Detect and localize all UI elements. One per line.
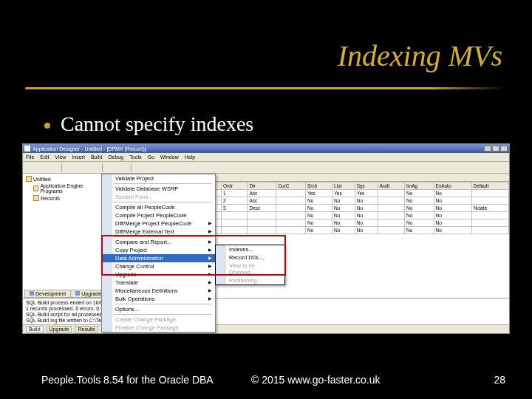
tree-root[interactable]: Untitled (24, 175, 102, 183)
menu-window[interactable]: Window (160, 154, 179, 160)
output-line: SQL Build script for all processes writt… (26, 312, 506, 318)
tree-item-label: Application Engine Programs (40, 183, 100, 194)
tree-item[interactable]: Records (24, 194, 102, 202)
cell-srch: No (305, 205, 332, 212)
toolbar (23, 162, 509, 174)
cell-dir (248, 227, 276, 234)
cell-ordr (222, 212, 248, 219)
menu-build[interactable]: Build (91, 154, 103, 160)
toolbar-separator (131, 163, 132, 172)
maximize-button[interactable]: □ (492, 146, 499, 151)
output-tab-upgrade[interactable]: Upgrade (47, 326, 72, 332)
tree-item[interactable]: Application Engine Programs (24, 183, 102, 194)
col-list[interactable]: List (332, 183, 355, 190)
menu-item-validate-project[interactable]: Validate Project (102, 174, 215, 183)
menu-item[interactable]: Validate Database WSRP (102, 185, 215, 193)
cell-curc (276, 227, 306, 234)
toolbar-button[interactable] (24, 163, 35, 172)
tab-development[interactable]: Development (24, 290, 70, 298)
menu-item[interactable]: Copy Project▶ (102, 246, 215, 254)
app-icon (24, 146, 30, 151)
menu-item[interactable]: Compile all PeopleCode (102, 203, 215, 211)
col-dir[interactable]: Dir (248, 183, 276, 190)
cell-audt (378, 205, 404, 212)
cell-imag: No (404, 205, 434, 212)
col-default[interactable]: Default (471, 183, 508, 190)
output-panel: SQL Build process ended on 16/02/2015 at… (23, 298, 509, 324)
menu-tools[interactable]: Tools (129, 154, 141, 160)
menu-help[interactable]: Help (185, 154, 195, 160)
menu-file[interactable]: File (26, 154, 34, 160)
menu-item[interactable]: Bulk Operations▶ (102, 295, 215, 303)
cell-sys: Yes (355, 190, 378, 197)
col-sys[interactable]: Sys (355, 183, 378, 190)
toolbar-button[interactable] (146, 163, 157, 172)
menu-item[interactable]: Diff/Merge External Text▶ (102, 228, 215, 236)
close-button[interactable]: × (500, 146, 508, 151)
menu-item-data-administration[interactable]: Data Administration▶ (102, 254, 215, 262)
cell-evauto: No (434, 219, 471, 227)
col-ordr[interactable]: Ordr (222, 183, 248, 190)
minimize-button[interactable]: _ (484, 146, 491, 151)
output-tab-build[interactable]: Build (26, 326, 44, 332)
bullet-text: Cannot specify indexes (61, 112, 253, 136)
toolbar-button[interactable] (158, 163, 168, 172)
cell-imag: No (404, 227, 434, 234)
project-tabs: Development Upgrade (24, 290, 106, 298)
toolbar-button[interactable] (36, 163, 47, 172)
menu-separator (114, 236, 212, 237)
toolbar-button[interactable] (65, 163, 75, 172)
menu-item[interactable]: Compare and Report...▶ (102, 238, 215, 246)
submenu-arrow-icon: ▶ (208, 239, 212, 244)
col-audt[interactable]: Audt (378, 183, 404, 190)
cell-audt (378, 190, 404, 197)
toolbar-button[interactable] (117, 163, 128, 172)
menu-item-options[interactable]: Options... (102, 305, 215, 313)
menu-go[interactable]: Go (147, 154, 154, 160)
cell-evauto: No (434, 227, 471, 234)
menu-item: Finalize Change Package (102, 324, 215, 332)
cell-dir: Desc (248, 205, 276, 212)
col-srch[interactable]: Srch (305, 183, 332, 190)
menu-view[interactable]: View (55, 154, 66, 160)
menu-item[interactable]: Compile Project PeopleCode (102, 211, 215, 219)
cell-curc (276, 212, 306, 219)
tab-icon (30, 291, 34, 296)
menu-separator (114, 183, 212, 184)
menu-item[interactable]: Miscellaneous Definitions▶ (102, 287, 215, 295)
menu-item[interactable]: Change Control▶ (102, 262, 215, 270)
toolbar-button[interactable] (77, 163, 87, 172)
tools-dropdown-menu: Validate Project Validate Database WSRP … (101, 174, 216, 332)
submenu-item-indexes[interactable]: Indexes... (216, 245, 284, 253)
cell-list: Yes (332, 190, 355, 197)
col-imag[interactable]: ImAg (404, 183, 434, 190)
cell-dir: Asc (248, 190, 276, 197)
output-tabs: Build Upgrade Results Validate Find Defi… (23, 324, 509, 333)
menu-debug[interactable]: Debug (108, 154, 123, 160)
cell-default (471, 190, 508, 197)
cell-dir (248, 219, 276, 227)
menu-item[interactable]: Upgrade▶ (102, 270, 215, 279)
menu-item[interactable]: Diff/Merge Project PeopleCode▶ (102, 219, 215, 228)
output-tab-results[interactable]: Results (75, 326, 98, 332)
toolbar-button[interactable] (48, 163, 58, 172)
cell-srch: No (305, 197, 332, 205)
cell-audt (378, 219, 404, 227)
cell-srch: No (305, 227, 332, 234)
window-title: Application Designer - Untitled - [DPMX … (33, 146, 146, 151)
slide-title: Indexing MVs (338, 38, 502, 73)
menu-item[interactable]: Translate▶ (102, 279, 215, 287)
cell-sys: No (355, 205, 378, 212)
cell-evauto: No (434, 205, 471, 212)
footer-center: © 2015 www.go-faster.co.uk (251, 374, 381, 386)
toolbar-button[interactable] (134, 163, 145, 172)
menu-insert[interactable]: Insert (72, 154, 85, 160)
col-curc[interactable]: CurC (276, 183, 306, 190)
toolbar-button[interactable] (89, 163, 99, 172)
toolbar-button[interactable] (106, 163, 116, 172)
menu-edit[interactable]: Edit (40, 154, 49, 160)
col-evauto[interactable]: EvAuto (434, 183, 471, 190)
cell-srch: No (305, 219, 332, 227)
cell-imag: No (404, 212, 434, 219)
submenu-item-record-ddl[interactable]: Record DDL... (216, 253, 284, 262)
